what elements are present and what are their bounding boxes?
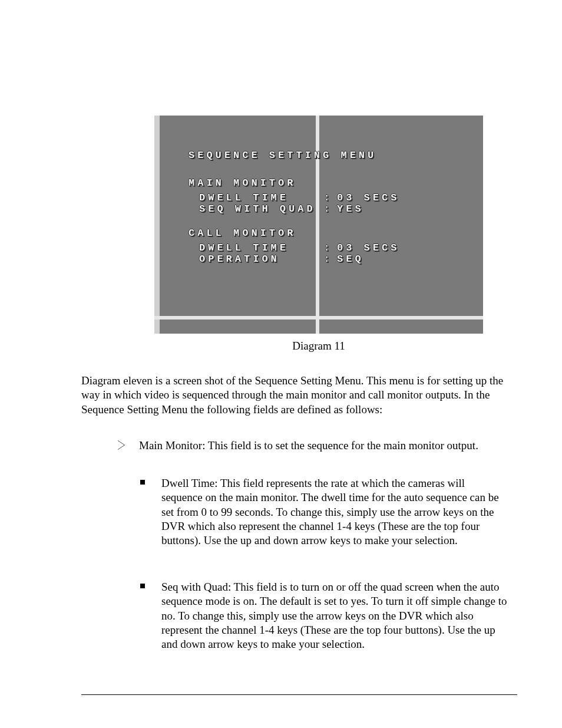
page: SEQUENCE SETTING MENU MAIN MONITOR DWELL… <box>0 0 562 728</box>
bullet-text: Main Monitor: This field is to set the s… <box>139 439 508 453</box>
bullet-level2: Dwell Time: This field represents the ra… <box>140 476 508 548</box>
osd-row-value: SEQ <box>333 253 364 265</box>
osd-row-label: OPERATION <box>199 253 323 265</box>
crosshair-horizontal <box>154 316 483 319</box>
osd-row-label: DWELL TIME <box>199 192 323 203</box>
osd-call-section: CALL MONITOR <box>189 228 465 239</box>
bullet-level1: Main Monitor: This field is to set the s… <box>119 439 508 453</box>
dvr-left-edge <box>154 116 160 334</box>
osd-row: SEQ WITH QUAD : YES <box>199 203 465 215</box>
osd-row-label: DWELL TIME <box>199 242 323 253</box>
osd-row-colon: : <box>323 203 333 215</box>
osd-main-section: MAIN MONITOR <box>189 177 465 189</box>
osd-call-rows: DWELL TIME : 03 SECS OPERATION : SEQ <box>189 242 465 265</box>
bullet-text: Dwell Time: This field represents the ra… <box>161 476 508 548</box>
osd-title: SEQUENCE SETTING MENU <box>189 150 465 161</box>
body-paragraph: Diagram eleven is a screen shot of the S… <box>81 374 517 417</box>
osd-row: DWELL TIME : 03 SECS <box>199 242 465 253</box>
arrow-icon <box>118 440 125 452</box>
bullet-level2: Seq with Quad: This field is to turn on … <box>140 580 508 652</box>
dvr-screenshot: SEQUENCE SETTING MENU MAIN MONITOR DWELL… <box>154 116 483 334</box>
osd-row-colon: : <box>323 192 333 203</box>
dvr-screen: SEQUENCE SETTING MENU MAIN MONITOR DWELL… <box>154 116 483 334</box>
square-bullet-icon <box>140 480 145 485</box>
osd-row-label: SEQ WITH QUAD <box>199 203 323 215</box>
osd-row: OPERATION : SEQ <box>199 253 465 265</box>
osd-row-value: YES <box>333 203 364 215</box>
osd-row-colon: : <box>323 253 333 265</box>
square-bullet-icon <box>140 584 145 588</box>
bullet-text: Seq with Quad: This field is to turn on … <box>161 580 508 652</box>
osd-row: DWELL TIME : 03 SECS <box>199 192 465 203</box>
osd-row-value: 03 SECS <box>333 242 399 253</box>
diagram-caption: Diagram 11 <box>154 340 483 353</box>
osd-main-rows: DWELL TIME : 03 SECS SEQ WITH QUAD : YES <box>189 192 465 215</box>
osd-row-value: 03 SECS <box>333 192 399 203</box>
footer-rule <box>81 694 517 695</box>
osd-row-colon: : <box>323 242 333 253</box>
osd-text: SEQUENCE SETTING MENU MAIN MONITOR DWELL… <box>189 150 465 278</box>
